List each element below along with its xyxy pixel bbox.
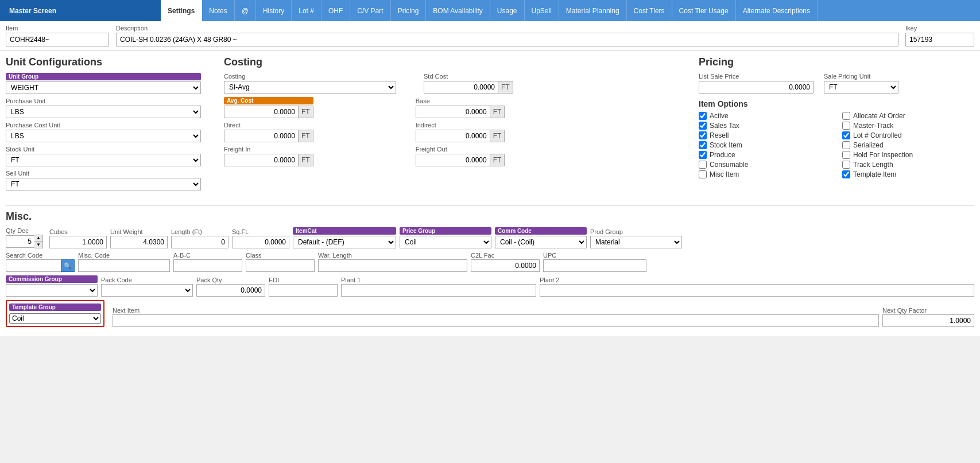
avg-cost-input[interactable] — [224, 106, 299, 118]
template-item-checkbox[interactable] — [842, 170, 850, 178]
purchase-cost-unit-select[interactable]: LBS — [6, 130, 201, 142]
qty-dec-up-button[interactable]: ▲ — [34, 235, 42, 242]
resell-checkbox[interactable] — [699, 131, 707, 139]
next-item-input[interactable] — [113, 314, 879, 327]
sq-ft-field: Sq.Ft. — [232, 228, 289, 248]
plant2-input[interactable] — [540, 284, 974, 297]
indirect-field: Indirect FT — [416, 122, 505, 142]
edi-input[interactable] — [269, 284, 338, 297]
tab-cost-tier-usage[interactable]: Cost Tier Usage — [672, 0, 736, 21]
upc-input[interactable] — [543, 259, 646, 272]
qty-dec-field: Qty Dec ▲ ▼ — [6, 227, 46, 248]
sell-unit-select[interactable]: FT — [6, 178, 201, 190]
tab-cv-part[interactable]: C/V Part — [350, 0, 390, 21]
sq-ft-input[interactable] — [232, 236, 289, 248]
serialized-checkbox[interactable] — [842, 141, 850, 149]
purchase-unit-select[interactable]: LBS — [6, 106, 201, 118]
freight-out-label: Freight Out — [416, 146, 505, 153]
c2l-fac-input[interactable] — [471, 259, 540, 272]
misc-item-checkbox[interactable] — [699, 170, 707, 178]
desc-input[interactable] — [116, 33, 898, 46]
freight-out-input[interactable] — [416, 154, 490, 166]
pack-code-select[interactable] — [101, 284, 193, 297]
template-group-select[interactable]: Coil — [9, 313, 101, 324]
sale-pricing-unit-select[interactable]: FT — [824, 81, 898, 94]
sell-unit-row: Sell Unit FT — [6, 170, 212, 190]
search-code-input[interactable] — [6, 259, 61, 272]
stock-item-checkbox[interactable] — [699, 141, 707, 149]
allocate-at-order-checkbox[interactable] — [842, 112, 850, 120]
length-ft-input[interactable] — [171, 236, 228, 248]
item-input[interactable] — [6, 33, 109, 46]
tab-settings[interactable]: Settings — [161, 0, 202, 21]
consumable-checkbox[interactable] — [699, 161, 707, 169]
price-group-select[interactable]: Coil — [400, 236, 491, 248]
indirect-input[interactable] — [416, 130, 490, 142]
comm-code-select[interactable]: Coil - (Coil) — [495, 236, 587, 248]
item-cat-select[interactable]: Default - (DEF) — [293, 236, 396, 248]
std-cost-input[interactable] — [424, 81, 498, 94]
indirect-unit: FT — [490, 130, 505, 142]
prod-group-select[interactable]: Material — [590, 236, 682, 248]
tab-material-planning[interactable]: Material Planning — [559, 0, 627, 21]
track-length-checkbox[interactable] — [842, 161, 850, 169]
sales-tax-checkbox[interactable] — [699, 122, 707, 130]
direct-input[interactable] — [224, 130, 299, 142]
unit-weight-input[interactable] — [110, 236, 168, 248]
serialized-label: Serialized — [853, 141, 884, 149]
tab-notes[interactable]: Notes — [202, 0, 234, 21]
costing-method-select[interactable]: SI-Avg — [224, 81, 396, 94]
commission-group-select[interactable] — [6, 284, 98, 297]
base-input[interactable] — [416, 106, 490, 118]
qty-dec-input[interactable] — [6, 235, 34, 248]
length-ft-label: Length (Ft) — [171, 228, 228, 235]
option-template-item: Template Item — [842, 170, 974, 178]
direct-unit: FT — [299, 130, 313, 142]
pack-qty-field: Pack Qty — [196, 277, 265, 297]
sales-tax-label: Sales Tax — [710, 122, 739, 130]
lot-controlled-checkbox[interactable] — [842, 131, 850, 139]
hold-for-inspection-checkbox[interactable] — [842, 151, 850, 159]
tab-bom[interactable]: BOM Availability — [426, 0, 490, 21]
cubes-input[interactable] — [49, 236, 107, 248]
avg-cost-input-group: FT — [224, 106, 313, 118]
plant1-input[interactable] — [341, 284, 536, 297]
tab-usage[interactable]: Usage — [490, 0, 525, 21]
active-checkbox[interactable] — [699, 112, 707, 120]
abc-input[interactable] — [173, 259, 242, 272]
search-code-button[interactable]: 🔍 — [61, 259, 75, 272]
tab-alternate-desc[interactable]: Alternate Descriptions — [736, 0, 818, 21]
pack-qty-input[interactable] — [196, 284, 265, 297]
base-label: Base — [416, 98, 505, 104]
tab-history[interactable]: History — [256, 0, 292, 21]
stock-unit-select[interactable]: FT — [6, 154, 201, 166]
item-options-title: Item Options — [699, 99, 974, 108]
war-length-input[interactable] — [318, 259, 467, 272]
option-stock-item: Stock Item — [699, 141, 831, 149]
misc-code-input[interactable] — [78, 259, 170, 272]
plant1-label: Plant 1 — [341, 277, 536, 283]
next-qty-factor-input[interactable] — [882, 314, 974, 327]
class-input[interactable] — [246, 259, 315, 272]
freight-out-input-group: FT — [416, 154, 505, 166]
next-qty-factor-label: Next Qty Factor — [882, 307, 974, 314]
tab-upsell[interactable]: UpSell — [525, 0, 559, 21]
qty-dec-down-button[interactable]: ▼ — [34, 242, 42, 248]
list-sale-price-group — [699, 81, 814, 94]
ikey-input[interactable] — [905, 33, 974, 46]
list-sale-price-input[interactable] — [699, 81, 814, 94]
tab-at[interactable]: @ — [235, 0, 256, 21]
tab-cost-tiers[interactable]: Cost Tiers — [627, 0, 672, 21]
freight-row: Freight In FT Freight Out FT — [224, 146, 687, 166]
freight-in-input[interactable] — [224, 154, 299, 166]
tab-ohf[interactable]: OHF — [321, 0, 350, 21]
plant2-label: Plant 2 — [540, 277, 974, 283]
unit-group-select[interactable]: WEIGHT — [6, 81, 201, 94]
tab-pricing[interactable]: Pricing — [391, 0, 427, 21]
class-field: Class — [246, 252, 315, 272]
tab-lot[interactable]: Lot # — [292, 0, 321, 21]
produce-checkbox[interactable] — [699, 151, 707, 159]
direct-indirect-row: Direct FT Indirect FT — [224, 122, 687, 142]
master-track-checkbox[interactable] — [842, 122, 850, 130]
costing-method-field: Costing SI-Avg — [224, 73, 396, 94]
